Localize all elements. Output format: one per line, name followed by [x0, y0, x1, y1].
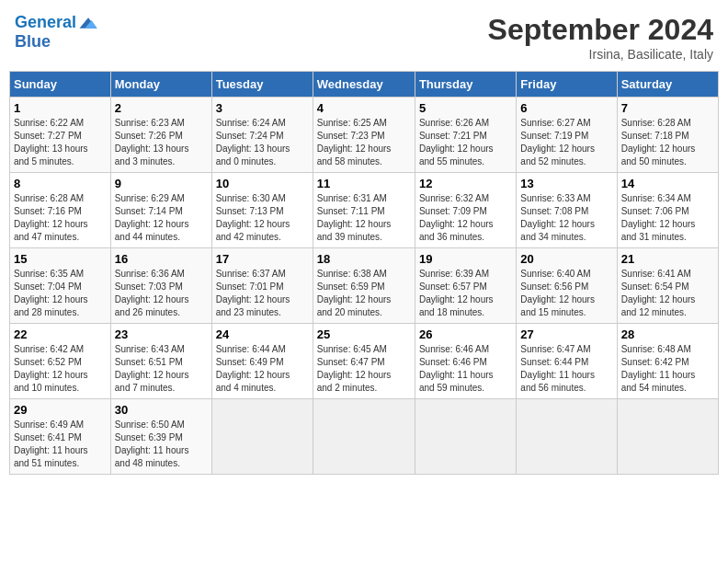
calendar-cell: 3Sunrise: 6:24 AMSunset: 7:24 PMDaylight…: [211, 98, 313, 173]
day-info: Sunrise: 6:37 AMSunset: 7:01 PMDaylight:…: [216, 268, 309, 319]
title-block: September 2024 Irsina, Basilicate, Italy: [488, 13, 713, 62]
calendar-cell: 22Sunrise: 6:42 AMSunset: 6:52 PMDayligh…: [10, 324, 111, 399]
day-info: Sunrise: 6:31 AMSunset: 7:11 PMDaylight:…: [317, 192, 411, 244]
day-info: Sunrise: 6:28 AMSunset: 7:18 PMDaylight:…: [621, 117, 714, 168]
day-info: Sunrise: 6:27 AMSunset: 7:19 PMDaylight:…: [520, 117, 612, 168]
weekday-header-sunday: Sunday: [10, 72, 111, 98]
calendar-cell: 17Sunrise: 6:37 AMSunset: 7:01 PMDayligh…: [211, 248, 313, 324]
day-number: 21: [621, 252, 714, 266]
day-number: 9: [115, 177, 208, 190]
day-number: 1: [14, 101, 107, 115]
day-number: 30: [115, 403, 208, 417]
calendar-cell: 20Sunrise: 6:40 AMSunset: 6:56 PMDayligh…: [517, 248, 617, 324]
day-info: Sunrise: 6:45 AMSunset: 6:47 PMDaylight:…: [317, 343, 411, 395]
day-number: 26: [419, 327, 512, 341]
day-number: 25: [317, 327, 411, 341]
day-number: 16: [115, 252, 208, 266]
calendar-cell: 24Sunrise: 6:44 AMSunset: 6:49 PMDayligh…: [211, 324, 313, 399]
day-number: 7: [621, 101, 714, 115]
day-info: Sunrise: 6:22 AMSunset: 7:27 PMDaylight:…: [14, 117, 107, 168]
day-number: 10: [216, 177, 309, 190]
calendar-cell: 23Sunrise: 6:43 AMSunset: 6:51 PMDayligh…: [110, 324, 211, 399]
calendar-cell: 7Sunrise: 6:28 AMSunset: 7:18 PMDaylight…: [617, 98, 718, 173]
calendar-cell: [415, 399, 516, 475]
calendar-cell: [617, 399, 718, 475]
calendar-cell: 27Sunrise: 6:47 AMSunset: 6:44 PMDayligh…: [517, 324, 617, 399]
day-info: Sunrise: 6:26 AMSunset: 7:21 PMDaylight:…: [419, 117, 512, 168]
day-info: Sunrise: 6:32 AMSunset: 7:09 PMDaylight:…: [419, 192, 512, 244]
day-number: 22: [14, 327, 107, 341]
calendar-cell: 10Sunrise: 6:30 AMSunset: 7:13 PMDayligh…: [211, 173, 313, 248]
calendar-cell: 1Sunrise: 6:22 AMSunset: 7:27 PMDaylight…: [10, 98, 111, 173]
calendar-cell: 2Sunrise: 6:23 AMSunset: 7:26 PMDaylight…: [110, 98, 211, 173]
day-info: Sunrise: 6:23 AMSunset: 7:26 PMDaylight:…: [115, 117, 208, 168]
day-number: 24: [216, 327, 309, 341]
calendar-cell: 9Sunrise: 6:29 AMSunset: 7:14 PMDaylight…: [110, 173, 211, 248]
calendar-cell: [517, 399, 617, 475]
day-number: 15: [14, 252, 107, 266]
day-number: 28: [621, 327, 714, 341]
day-info: Sunrise: 6:46 AMSunset: 6:46 PMDaylight:…: [419, 343, 512, 395]
day-number: 27: [520, 327, 612, 341]
day-info: Sunrise: 6:41 AMSunset: 6:54 PMDaylight:…: [621, 268, 714, 319]
day-number: 6: [520, 101, 612, 115]
day-info: Sunrise: 6:40 AMSunset: 6:56 PMDaylight:…: [520, 268, 612, 319]
day-number: 23: [115, 327, 208, 341]
weekday-header-friday: Friday: [517, 72, 617, 98]
day-info: Sunrise: 6:29 AMSunset: 7:14 PMDaylight:…: [115, 192, 208, 244]
calendar-cell: 15Sunrise: 6:35 AMSunset: 7:04 PMDayligh…: [10, 248, 111, 324]
day-info: Sunrise: 6:24 AMSunset: 7:24 PMDaylight:…: [216, 117, 309, 168]
calendar-table: SundayMondayTuesdayWednesdayThursdayFrid…: [9, 71, 719, 475]
calendar-cell: 18Sunrise: 6:38 AMSunset: 6:59 PMDayligh…: [313, 248, 415, 324]
day-number: 13: [520, 177, 612, 190]
day-info: Sunrise: 6:42 AMSunset: 6:52 PMDaylight:…: [14, 343, 107, 395]
day-info: Sunrise: 6:36 AMSunset: 7:03 PMDaylight:…: [115, 268, 208, 319]
day-number: 5: [419, 101, 512, 115]
day-info: Sunrise: 6:38 AMSunset: 6:59 PMDaylight:…: [317, 268, 411, 319]
calendar-cell: 5Sunrise: 6:26 AMSunset: 7:21 PMDaylight…: [415, 98, 516, 173]
logo: General Blue: [15, 13, 98, 52]
month-title: September 2024: [488, 13, 713, 47]
day-info: Sunrise: 6:49 AMSunset: 6:41 PMDaylight:…: [14, 419, 107, 470]
logo-blue: Blue: [15, 33, 98, 52]
calendar-cell: 29Sunrise: 6:49 AMSunset: 6:41 PMDayligh…: [10, 399, 111, 475]
day-info: Sunrise: 6:44 AMSunset: 6:49 PMDaylight:…: [216, 343, 309, 395]
calendar-cell: 28Sunrise: 6:48 AMSunset: 6:42 PMDayligh…: [617, 324, 718, 399]
calendar-cell: 11Sunrise: 6:31 AMSunset: 7:11 PMDayligh…: [313, 173, 415, 248]
day-number: 14: [621, 177, 714, 190]
day-info: Sunrise: 6:35 AMSunset: 7:04 PMDaylight:…: [14, 268, 107, 319]
calendar-cell: 19Sunrise: 6:39 AMSunset: 6:57 PMDayligh…: [415, 248, 516, 324]
day-info: Sunrise: 6:48 AMSunset: 6:42 PMDaylight:…: [621, 343, 714, 395]
calendar-cell: 21Sunrise: 6:41 AMSunset: 6:54 PMDayligh…: [617, 248, 718, 324]
calendar-cell: 30Sunrise: 6:50 AMSunset: 6:39 PMDayligh…: [110, 399, 211, 475]
day-number: 17: [216, 252, 309, 266]
day-info: Sunrise: 6:43 AMSunset: 6:51 PMDaylight:…: [115, 343, 208, 395]
calendar-cell: 8Sunrise: 6:28 AMSunset: 7:16 PMDaylight…: [10, 173, 111, 248]
calendar-cell: [211, 399, 313, 475]
calendar-cell: 4Sunrise: 6:25 AMSunset: 7:23 PMDaylight…: [313, 98, 415, 173]
day-info: Sunrise: 6:47 AMSunset: 6:44 PMDaylight:…: [520, 343, 612, 395]
calendar-cell: [313, 399, 415, 475]
calendar-cell: 14Sunrise: 6:34 AMSunset: 7:06 PMDayligh…: [617, 173, 718, 248]
location-subtitle: Irsina, Basilicate, Italy: [488, 47, 713, 62]
weekday-header-saturday: Saturday: [617, 72, 718, 98]
day-number: 2: [115, 101, 208, 115]
day-number: 20: [520, 252, 612, 266]
weekday-header-tuesday: Tuesday: [211, 72, 313, 98]
page-header: General Blue September 2024 Irsina, Basi…: [9, 9, 719, 65]
calendar-cell: 26Sunrise: 6:46 AMSunset: 6:46 PMDayligh…: [415, 324, 516, 399]
weekday-header-monday: Monday: [110, 72, 211, 98]
calendar-cell: 6Sunrise: 6:27 AMSunset: 7:19 PMDaylight…: [517, 98, 617, 173]
day-number: 4: [317, 101, 411, 115]
day-number: 19: [419, 252, 512, 266]
weekday-header-wednesday: Wednesday: [313, 72, 415, 98]
day-info: Sunrise: 6:50 AMSunset: 6:39 PMDaylight:…: [115, 419, 208, 470]
day-number: 11: [317, 177, 411, 190]
day-info: Sunrise: 6:28 AMSunset: 7:16 PMDaylight:…: [14, 192, 107, 244]
day-number: 3: [216, 101, 309, 115]
calendar-cell: 25Sunrise: 6:45 AMSunset: 6:47 PMDayligh…: [313, 324, 415, 399]
weekday-header-thursday: Thursday: [415, 72, 516, 98]
day-number: 29: [14, 403, 107, 417]
calendar-cell: 13Sunrise: 6:33 AMSunset: 7:08 PMDayligh…: [517, 173, 617, 248]
day-info: Sunrise: 6:34 AMSunset: 7:06 PMDaylight:…: [621, 192, 714, 244]
